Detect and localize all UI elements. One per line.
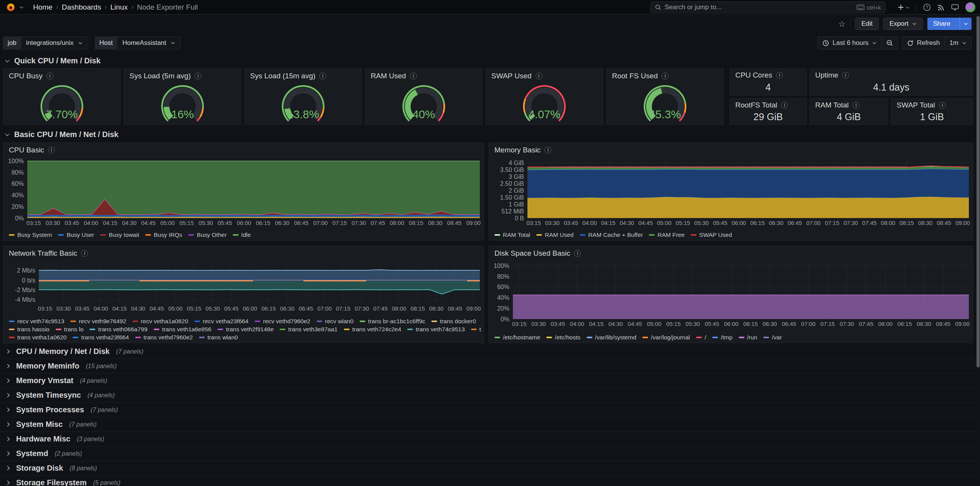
legend-item-var[interactable]: /var [763, 334, 782, 341]
panel-title[interactable]: Sys Load (5m avg) [129, 72, 191, 80]
legend-item-ram-used[interactable]: RAM Used [536, 231, 574, 238]
legend-item-ram-cache-buffer[interactable]: RAM Cache + Buffer [580, 231, 643, 238]
star-favorite-icon[interactable]: ☆ [838, 20, 846, 28]
news-rss-icon[interactable] [937, 4, 945, 11]
panel-title[interactable]: SWAP Used [491, 72, 532, 80]
legend-item-trans-docker0[interactable]: trans docker0 [431, 318, 476, 325]
legend-item-trans-veth066a799[interactable]: trans veth066a799 [90, 326, 147, 333]
panel-title[interactable]: RAM Used [371, 72, 406, 80]
legend-item-ram-total[interactable]: RAM Total [494, 231, 530, 238]
legend-item-recv-veth74c9513[interactable]: recv veth74c9513 [9, 318, 64, 325]
panel-title[interactable]: Memory Basic [494, 146, 541, 154]
collapsed-row-storage-disk[interactable]: Storage Disk(8 panels) [0, 461, 975, 476]
panel-title[interactable]: Sys Load (15m avg) [250, 72, 315, 80]
collapsed-row-system-misc[interactable]: System Misc(7 panels) [0, 417, 975, 432]
legend-item-recv-vetha23f664[interactable]: recv vetha23f664 [194, 318, 249, 325]
info-icon[interactable]: i [410, 73, 417, 79]
legend-item-recv-vethd7960e2[interactable]: recv vethd7960e2 [255, 318, 310, 325]
page-scrollbar[interactable] [976, 15, 980, 486]
info-icon[interactable]: i [48, 147, 55, 154]
legend-item-trans-veth74c9513[interactable]: trans veth74c9513 [407, 326, 465, 333]
collapsed-row-system-timesync[interactable]: System Timesync(4 panels) [0, 388, 975, 403]
breadcrumb-item-linux[interactable]: Linux [110, 3, 128, 12]
panel-title[interactable]: Uptime [815, 71, 838, 79]
info-icon[interactable]: i [544, 147, 551, 154]
legend-item-trans-veth1a6e856[interactable]: trans veth1a6e856 [154, 326, 211, 333]
collapsed-row-cpu-memory-net-disk[interactable]: CPU / Memory / Net / Disk(7 panels) [0, 344, 975, 359]
collapsed-row-memory-meminfo[interactable]: Memory Meminfo(15 panels) [0, 359, 975, 374]
legend-item-etc-hosts[interactable]: /etc/hosts [546, 334, 580, 341]
legend-item-trans-vetha23f664[interactable]: trans vetha23f664 [73, 334, 129, 341]
legend-item-busy-irqs[interactable]: Busy IRQs [145, 231, 182, 238]
legend-item-trans-veth724c2e4[interactable]: trans veth724c2e4 [344, 326, 401, 333]
help-icon[interactable]: ? [923, 3, 931, 11]
panel-title[interactable]: CPU Cores [735, 71, 772, 79]
legend-item-trans-veth9e76492[interactable]: trans veth9e76492 [471, 326, 481, 333]
add-button[interactable] [898, 4, 910, 10]
legend-item-busy-system[interactable]: Busy System [9, 231, 52, 238]
legend-item-busy-other[interactable]: Busy Other [188, 231, 227, 238]
refresh-button[interactable]: Refresh [902, 37, 945, 49]
legend-item-run[interactable]: /run [739, 334, 758, 341]
edit-button[interactable]: Edit [855, 18, 879, 30]
scrollbar-thumb[interactable] [977, 16, 980, 367]
info-icon[interactable]: i [46, 73, 53, 79]
legend-item-busy-user[interactable]: Busy User [58, 231, 94, 238]
info-icon[interactable]: i [574, 250, 581, 257]
legend-item-swap-used[interactable]: SWAP Used [691, 231, 732, 238]
legend-item-[interactable]: / [696, 334, 706, 341]
legend-item-trans-lo[interactable]: trans lo [56, 326, 84, 333]
variable-value-dropdown[interactable]: HomeAssistant [117, 37, 180, 49]
avatar[interactable] [965, 2, 975, 12]
collapsed-row-storage-filesystem[interactable]: Storage Filesystem(5 panels) [0, 476, 975, 486]
legend-item-recv-wlan0[interactable]: recv wlan0 [317, 318, 353, 325]
refresh-interval-dropdown[interactable]: 1m [944, 37, 971, 49]
variable-value-dropdown[interactable]: integrations/unix [21, 37, 88, 49]
info-icon[interactable]: i [536, 73, 542, 79]
info-icon[interactable]: i [776, 72, 783, 79]
panel-title[interactable]: CPU Busy [9, 72, 43, 80]
chevron-down-icon[interactable] [19, 5, 24, 10]
section-header-basic[interactable]: Basic CPU / Mem / Net / Disk [5, 130, 118, 139]
legend-item-recv-veth9e76492[interactable]: recv veth9e76492 [70, 318, 126, 325]
info-icon[interactable]: i [662, 73, 668, 79]
info-icon[interactable]: i [939, 102, 946, 109]
collapsed-row-systemd[interactable]: Systemd(2 panels) [0, 446, 975, 461]
legend-item-recv-vetha1a0620[interactable]: recv vetha1a0620 [133, 318, 188, 325]
legend-item-var-lib-systemd[interactable]: /var/lib/systemd [587, 334, 637, 341]
panel-title[interactable]: Disk Space Used Basic [494, 249, 570, 258]
legend-item-ram-free[interactable]: RAM Free [649, 231, 685, 238]
export-button[interactable]: Export [883, 18, 922, 30]
info-icon[interactable]: i [319, 73, 326, 79]
legend-item-tmp[interactable]: /tmp [712, 334, 732, 341]
panel-title[interactable]: SWAP Total [897, 101, 935, 109]
search-input[interactable]: Search or jump to... ctrl+k [650, 2, 885, 13]
info-icon[interactable]: i [781, 102, 788, 109]
share-dropdown-chevron[interactable] [960, 18, 972, 30]
legend-item-trans-hassio[interactable]: trans hassio [9, 326, 50, 333]
collapsed-row-memory-vmstat[interactable]: Memory Vmstat(4 panels) [0, 374, 975, 388]
legend-item-trans-vethd7960e2[interactable]: trans vethd7960e2 [135, 334, 193, 341]
share-button[interactable]: Share [927, 18, 972, 30]
chart-plot[interactable]: 2 Mb/s0 b/s-2 Mb/s-4 Mb/s03:1503:3003:45… [3, 261, 484, 313]
chart-plot[interactable]: 0%20%40%60%80%100%03:1503:3003:4504:0004… [489, 261, 973, 328]
legend-item-busy-iowait[interactable]: Busy Iowait [100, 231, 139, 238]
breadcrumb-item-dashboards[interactable]: Dashboards [62, 3, 101, 12]
legend-item-etc-hostname[interactable]: /etc/hostname [494, 334, 540, 341]
info-icon[interactable]: i [842, 72, 849, 79]
legend-item-trans-veth3e87aa1[interactable]: trans veth3e87aa1 [280, 326, 337, 333]
panel-title[interactable]: RAM Total [815, 101, 849, 109]
monitor-kiosk-icon[interactable] [951, 3, 959, 11]
panel-title[interactable]: Network Traffic Basic [9, 249, 77, 258]
collapsed-row-system-processes[interactable]: System Processes(7 panels) [0, 403, 975, 417]
legend-item-trans-veth2f9148e[interactable]: trans veth2f9148e [217, 326, 274, 333]
legend-item-trans-wlan0[interactable]: trans wlan0 [199, 334, 238, 341]
legend-item-idle[interactable]: Idle [233, 231, 251, 238]
zoom-out-button[interactable] [881, 37, 898, 49]
info-icon[interactable]: i [81, 250, 88, 257]
section-header-quick[interactable]: Quick CPU / Mem / Disk [5, 56, 101, 65]
breadcrumb-item-home[interactable]: Home [33, 3, 53, 12]
chart-plot[interactable]: 0 B512 MiB1 GiB1.50 GiB2 GiB2.50 GiB3 Gi… [489, 157, 973, 227]
chart-plot[interactable]: 0%20%40%60%80%100%03:1503:3003:4504:0004… [3, 157, 484, 227]
grafana-logo[interactable] [6, 3, 15, 12]
